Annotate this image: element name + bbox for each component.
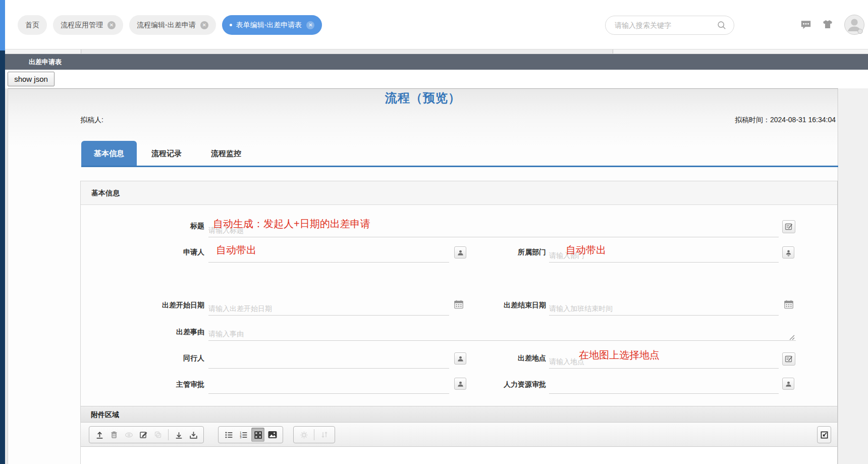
app-window: 首页 流程应用管理 ✕ 流程编辑-出差申请 ✕ 表单编辑-出差申请表 ✕ xyxy=(0,0,868,464)
draft-time: 拟稿时间：2024-08-31 16:34:04 xyxy=(735,116,836,125)
draft-time-value: 2024-08-31 16:34:04 xyxy=(770,116,836,124)
end-date-field xyxy=(549,301,779,316)
collapse-panel-icon[interactable] xyxy=(817,426,831,443)
hr-input[interactable] xyxy=(549,380,779,393)
form-edit-icon[interactable] xyxy=(782,352,795,366)
annotation-department: 自动带出 xyxy=(566,243,606,257)
form-edit-icon[interactable] xyxy=(782,220,795,233)
section-body: 标题 自动生成：发起人+日期的出差申请 申请人 自动带出 所属部门 xyxy=(81,205,837,406)
draft-time-label: 拟稿时间： xyxy=(735,116,770,124)
annotation-title: 自动生成：发起人+日期的出差申请 xyxy=(213,217,370,231)
close-icon[interactable]: ✕ xyxy=(200,21,208,29)
close-icon[interactable]: ✕ xyxy=(107,21,116,29)
messages-icon[interactable] xyxy=(800,19,812,32)
preview-eye-icon xyxy=(122,428,135,442)
image-view-icon[interactable] xyxy=(266,428,279,442)
delete-icon[interactable] xyxy=(107,428,121,442)
preview-tabs: 基本信息 流程记录 流程监控 xyxy=(81,141,256,166)
close-icon[interactable]: ✕ xyxy=(306,21,314,29)
active-dot-icon xyxy=(230,24,232,26)
supervisor-input[interactable] xyxy=(208,380,449,393)
flow-preview-panel: 流程（预览） 拟稿人: 拟稿时间：2024-08-31 16:34:04 基本信… xyxy=(8,88,838,464)
annotation-location: 在地图上选择地点 xyxy=(579,348,660,362)
companions-input[interactable] xyxy=(208,354,449,368)
hr-field xyxy=(549,380,779,394)
reason-field xyxy=(208,327,796,341)
basic-info-section: 基本信息 标题 自动生成：发起人+日期的出差申请 申请人 自动带出 xyxy=(80,181,838,464)
form-window-titlebar: 出差申请表 xyxy=(5,54,868,70)
tabs-underline xyxy=(81,166,838,167)
scrollbar-thumb[interactable] xyxy=(81,49,613,54)
calendar-icon[interactable] xyxy=(783,299,794,312)
start-date-input[interactable] xyxy=(208,301,449,315)
nav-chip-home[interactable]: 首页 xyxy=(18,15,47,35)
section-header: 基本信息 xyxy=(81,181,837,205)
preview-page-title: 流程（预览） xyxy=(8,90,838,106)
tab-flow-record[interactable]: 流程记录 xyxy=(137,141,196,166)
field-label-companions: 同行人 xyxy=(111,354,204,363)
reason-input[interactable] xyxy=(208,327,796,340)
show-json-button[interactable]: show json xyxy=(8,72,55,86)
field-label-location: 出差地点 xyxy=(453,354,546,363)
panel-right-gutter xyxy=(839,88,868,464)
list-view-icon[interactable] xyxy=(222,428,235,442)
svg-text:3: 3 xyxy=(240,436,242,439)
upload-icon[interactable] xyxy=(93,428,106,442)
left-rail-top-accent xyxy=(0,0,5,50)
end-date-input[interactable] xyxy=(549,301,779,315)
search-input[interactable] xyxy=(614,17,710,34)
grid-view-icon[interactable] xyxy=(251,428,264,442)
companions-field xyxy=(208,354,449,369)
toolbar-group-view-modes: 123 xyxy=(218,426,283,443)
horizontal-scrollbar[interactable] xyxy=(5,49,868,54)
department-picker-icon[interactable] xyxy=(782,246,794,259)
tab-flow-monitor[interactable]: 流程监控 xyxy=(196,141,256,166)
toolbar-group-file-actions xyxy=(89,426,204,443)
field-label-end-date: 出差结束日期 xyxy=(453,301,546,310)
supervisor-field xyxy=(208,380,449,394)
field-label-reason: 出差事由 xyxy=(111,328,204,337)
person-picker-icon[interactable] xyxy=(782,378,794,390)
textarea-resize-handle[interactable] xyxy=(789,333,795,342)
global-search xyxy=(605,16,734,35)
theme-shirt-icon[interactable] xyxy=(822,18,834,32)
copy-icon xyxy=(151,428,165,442)
settings-gear-icon xyxy=(297,428,310,442)
field-label-applicant: 申请人 xyxy=(111,248,204,257)
drafter-label: 拟稿人: xyxy=(80,116,103,125)
top-header: 首页 流程应用管理 ✕ 流程编辑-出差申请 ✕ 表单编辑-出差申请表 ✕ xyxy=(5,0,868,49)
nav-chip-label: 首页 xyxy=(25,21,39,30)
nav-chip-form-edit-active[interactable]: 表单编辑-出差申请表 ✕ xyxy=(222,15,322,35)
form-window-title: 出差申请表 xyxy=(29,58,62,66)
edit-icon[interactable] xyxy=(137,428,150,442)
breadcrumb-tab-chips: 首页 流程应用管理 ✕ 流程编辑-出差申请 ✕ 表单编辑-出差申请表 ✕ xyxy=(18,15,322,35)
nav-chip-process-app-mgmt[interactable]: 流程应用管理 ✕ xyxy=(53,15,123,35)
download-all-icon[interactable] xyxy=(187,428,200,442)
toolbar-separator xyxy=(314,429,314,440)
field-label-start-date: 出差开始日期 xyxy=(111,301,204,310)
field-label-title: 标题 xyxy=(111,222,204,231)
sort-icon xyxy=(318,428,331,442)
left-rail-navy xyxy=(0,50,5,464)
search-icon[interactable] xyxy=(717,20,727,31)
annotation-applicant: 自动带出 xyxy=(216,243,256,257)
attachments-header: 附件区域 xyxy=(81,406,837,423)
field-label-department: 所属部门 xyxy=(453,248,546,257)
nav-chip-label: 流程编辑-出差申请 xyxy=(137,21,196,30)
start-date-field xyxy=(208,301,449,316)
attachments-toolbar: 123 xyxy=(81,423,837,447)
nav-chip-label: 流程应用管理 xyxy=(61,21,103,30)
toolbar-separator xyxy=(168,429,169,440)
toolbar-group-settings xyxy=(293,426,335,443)
numbered-list-view-icon[interactable]: 123 xyxy=(237,428,250,442)
download-icon[interactable] xyxy=(172,428,185,442)
nav-chip-label: 表单编辑-出差申请表 xyxy=(236,21,302,30)
nav-chip-process-edit[interactable]: 流程编辑-出差申请 ✕ xyxy=(129,15,216,35)
field-label-supervisor: 主管审批 xyxy=(111,380,204,389)
tab-basic-info[interactable]: 基本信息 xyxy=(81,141,137,166)
showjson-row: show json xyxy=(5,70,868,88)
field-label-hr: 人力资源审批 xyxy=(453,380,546,389)
attachments-list-area xyxy=(81,447,837,464)
user-avatar[interactable] xyxy=(844,14,865,37)
